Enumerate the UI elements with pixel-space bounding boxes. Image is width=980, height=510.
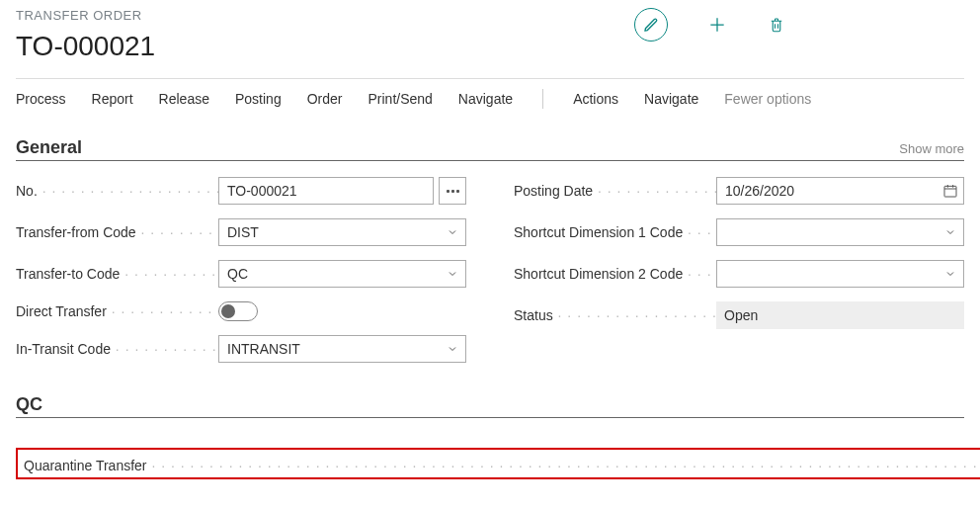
input-dim2[interactable] — [716, 260, 964, 288]
input-transfer-from[interactable] — [218, 218, 466, 246]
label-transfer-from: Transfer-from Code — [16, 224, 218, 240]
label-in-transit: In-Transit Code — [16, 341, 218, 357]
label-transfer-to: Transfer-to Code — [16, 266, 218, 282]
tab-release[interactable]: Release — [159, 91, 209, 107]
label-posting-date: Posting Date — [514, 183, 716, 199]
plus-icon — [707, 15, 727, 35]
field-transfer-from: Transfer-from Code — [16, 218, 466, 246]
label-quarantine-transfer: Quarantine Transfer — [24, 458, 980, 473]
fewer-options-link[interactable]: Fewer options — [724, 91, 811, 107]
delete-button[interactable] — [767, 15, 786, 35]
edit-button[interactable] — [634, 8, 668, 42]
field-dim1: Shortcut Dimension 1 Code — [514, 218, 964, 246]
input-transfer-to[interactable] — [218, 260, 466, 288]
field-no: No. — [16, 177, 466, 205]
label-dim1: Shortcut Dimension 1 Code — [514, 224, 716, 240]
field-direct-transfer: Direct Transfer — [16, 301, 466, 321]
tab-report[interactable]: Report — [92, 91, 133, 107]
field-status: Status Open — [514, 301, 964, 329]
input-in-transit[interactable] — [218, 335, 466, 363]
show-more-link[interactable]: Show more — [899, 141, 964, 156]
input-no[interactable] — [218, 177, 434, 205]
label-direct-transfer: Direct Transfer — [16, 303, 218, 319]
section-general: General Show more No. Transfer-from Code — [16, 137, 964, 377]
section-qc: QC Quarantine Transfer — [16, 394, 964, 479]
trash-icon — [768, 16, 785, 34]
tab-navigate[interactable]: Navigate — [458, 91, 513, 107]
label-status: Status — [514, 307, 716, 323]
action-icons — [634, 8, 786, 42]
section-general-title: General — [16, 137, 82, 158]
field-transfer-to: Transfer-to Code — [16, 260, 466, 288]
entity-type-label: TRANSFER ORDER — [16, 8, 155, 23]
record-title: TO-000021 — [16, 31, 155, 62]
input-dim1[interactable] — [716, 218, 964, 246]
command-bar: Process Report Release Posting Order Pri… — [16, 79, 964, 120]
input-posting-date[interactable] — [716, 177, 964, 205]
field-dim2: Shortcut Dimension 2 Code — [514, 260, 964, 288]
toggle-direct-transfer[interactable] — [218, 301, 258, 321]
tab-process[interactable]: Process — [16, 91, 66, 107]
value-status: Open — [716, 301, 964, 329]
new-button[interactable] — [707, 15, 727, 35]
lookup-no-button[interactable] — [439, 177, 466, 205]
general-left-column: No. Transfer-from Code T — [16, 177, 466, 377]
label-dim2: Shortcut Dimension 2 Code — [514, 266, 716, 282]
tab-print-send[interactable]: Print/Send — [368, 91, 432, 107]
general-right-column: Posting Date Shortcut Dimension 1 Code — [514, 177, 964, 377]
tab-divider — [542, 89, 543, 109]
field-in-transit: In-Transit Code — [16, 335, 466, 363]
label-no: No. — [16, 183, 218, 199]
tab-navigate-2[interactable]: Navigate — [644, 91, 698, 107]
section-qc-title: QC — [16, 394, 42, 415]
quarantine-highlight: Quarantine Transfer — [16, 448, 980, 479]
tab-posting[interactable]: Posting — [235, 91, 282, 107]
tab-order[interactable]: Order — [307, 91, 343, 107]
page-header: TRANSFER ORDER TO-000021 — [16, 8, 964, 62]
field-quarantine-transfer: Quarantine Transfer — [24, 456, 980, 475]
field-posting-date: Posting Date — [514, 177, 964, 205]
pencil-icon — [643, 17, 659, 33]
tab-actions[interactable]: Actions — [573, 91, 618, 107]
